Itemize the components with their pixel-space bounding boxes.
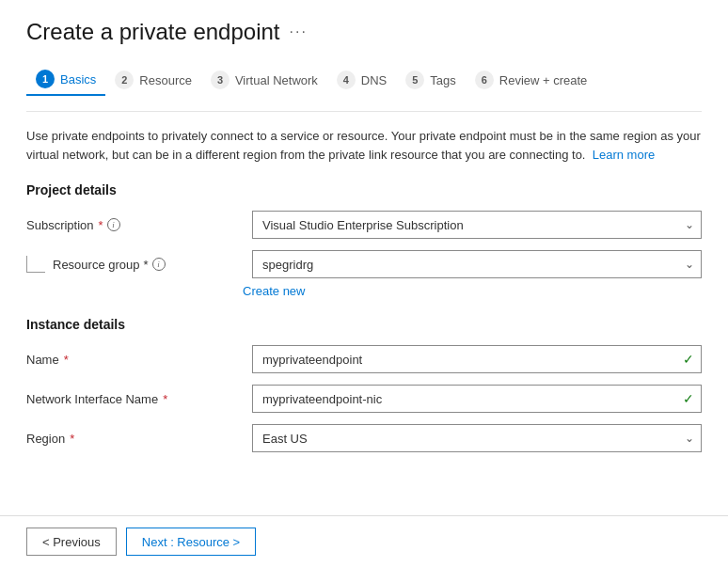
tab-resource[interactable]: 2 Resource (105, 65, 201, 95)
tab-virtual-network[interactable]: 3 Virtual Network (201, 65, 327, 95)
page-title: Create a private endpoint (26, 19, 280, 45)
main-content: Create a private endpoint ··· 1 Basics 2… (0, 0, 728, 515)
tab-review-label: Review + create (499, 73, 588, 87)
footer: < Previous Next : Resource > (0, 515, 728, 567)
instance-details-heading: Instance details (26, 317, 702, 332)
region-control: East US ⌄ (252, 424, 702, 452)
name-label-container: Name * (26, 353, 243, 367)
nic-row: Network Interface Name * ✓ (26, 385, 702, 413)
region-label-container: Region * (26, 432, 243, 446)
subscription-info-icon[interactable]: i (107, 218, 120, 231)
page-container: Create a private endpoint ··· 1 Basics 2… (0, 0, 728, 567)
step-circle-1: 1 (36, 70, 55, 88)
tab-tags-label: Tags (430, 73, 455, 87)
step-circle-2: 2 (115, 71, 134, 89)
nic-control: ✓ (252, 385, 702, 413)
name-row: Name * ✓ (26, 345, 702, 373)
resource-group-required: * (144, 258, 149, 272)
tab-tags[interactable]: 5 Tags (396, 65, 465, 95)
tab-dns-label: DNS (361, 73, 387, 87)
name-required: * (64, 353, 69, 367)
tab-basics[interactable]: 1 Basics (26, 64, 105, 96)
step-circle-5: 5 (405, 71, 424, 89)
region-row: Region * East US ⌄ (26, 424, 702, 452)
instance-details-section: Instance details Name * ✓ Network Interf… (26, 317, 702, 452)
step-circle-4: 4 (337, 71, 356, 89)
step-circle-3: 3 (211, 71, 229, 89)
resource-group-label: Resource group (53, 258, 140, 272)
subscription-required: * (99, 218, 103, 232)
tab-dns[interactable]: 4 DNS (327, 65, 396, 95)
wizard-divider (26, 111, 702, 112)
page-title-container: Create a private endpoint ··· (26, 19, 702, 45)
resource-group-row: Resource group * i spegridrg ⌄ (26, 250, 702, 278)
resource-group-indent (26, 256, 45, 273)
name-input[interactable] (252, 345, 702, 373)
tab-virtual-network-label: Virtual Network (235, 73, 318, 87)
subscription-control: Visual Studio Enterprise Subscription ⌄ (252, 211, 702, 239)
nic-input[interactable] (252, 385, 702, 413)
resource-group-select[interactable]: spegridrg (252, 250, 702, 278)
subscription-row: Subscription * i Visual Studio Enterpris… (26, 211, 702, 239)
tab-review-create[interactable]: 6 Review + create (466, 65, 597, 95)
name-label: Name (26, 353, 59, 367)
subscription-label-container: Subscription * i (26, 218, 243, 232)
subscription-select[interactable]: Visual Studio Enterprise Subscription (252, 211, 702, 239)
create-new-link[interactable]: Create new (243, 284, 702, 298)
info-text-block: Use private endpoints to privately conne… (26, 127, 702, 164)
title-ellipsis: ··· (290, 24, 308, 40)
region-required: * (70, 432, 74, 446)
tab-basics-label: Basics (60, 72, 96, 87)
subscription-label: Subscription (26, 218, 94, 232)
wizard-steps: 1 Basics 2 Resource 3 Virtual Network 4 … (26, 64, 702, 96)
nic-label-container: Network Interface Name * (26, 392, 243, 406)
region-label: Region (26, 432, 65, 446)
step-circle-6: 6 (475, 71, 494, 89)
resource-group-label-wrapper: Resource group * i (26, 256, 243, 273)
name-control: ✓ (252, 345, 702, 373)
learn-more-link[interactable]: Learn more (593, 148, 655, 162)
project-details-section: Project details Subscription * i Visual … (26, 182, 702, 298)
region-select[interactable]: East US (252, 424, 702, 452)
resource-group-control: spegridrg ⌄ (252, 250, 702, 278)
tab-resource-label: Resource (139, 73, 192, 87)
nic-required: * (163, 392, 167, 406)
next-button[interactable]: Next : Resource > (126, 528, 256, 556)
project-details-heading: Project details (26, 182, 702, 197)
nic-label: Network Interface Name (26, 392, 158, 406)
resource-group-info-icon[interactable]: i (152, 258, 166, 271)
prev-button[interactable]: < Previous (26, 528, 117, 556)
